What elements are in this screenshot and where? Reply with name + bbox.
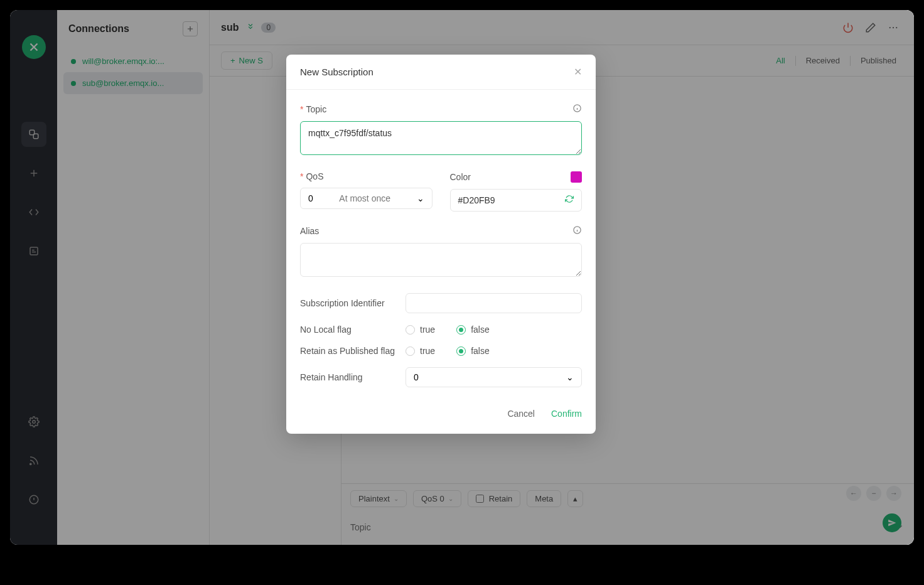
no-local-true[interactable]: true — [406, 325, 435, 335]
topic-label: Topic — [306, 104, 326, 114]
topic-input[interactable] — [300, 121, 582, 155]
qos-text: At most once — [313, 193, 417, 203]
radio-icon — [456, 346, 466, 356]
info-icon[interactable] — [572, 225, 582, 237]
retain-pub-label: Retain as Published flag — [300, 346, 406, 356]
color-label: Color — [450, 172, 471, 182]
radio-icon — [456, 325, 466, 335]
chevron-down-icon: ⌄ — [566, 372, 574, 382]
chevron-down-icon: ⌄ — [417, 193, 424, 203]
subscription-id-input[interactable] — [406, 293, 582, 313]
refresh-color-icon[interactable] — [565, 195, 574, 206]
color-value: #D20FB9 — [458, 195, 566, 205]
color-input[interactable]: #D20FB9 — [450, 189, 583, 212]
retain-handling-label: Retain Handling — [300, 372, 406, 382]
alias-label: Alias — [300, 226, 319, 236]
radio-icon — [406, 346, 415, 356]
close-button[interactable]: ✕ — [574, 66, 582, 78]
qos-select[interactable]: 0 At most once ⌄ — [300, 188, 432, 209]
qos-value: 0 — [308, 193, 313, 203]
app-window: Connections will@broker.emqx.io:... sub@… — [10, 10, 914, 545]
info-icon[interactable] — [572, 104, 582, 115]
no-local-label: No Local flag — [300, 325, 406, 335]
subscription-id-label: Subscription Identifier — [300, 298, 406, 308]
cancel-button[interactable]: Cancel — [507, 409, 535, 419]
retain-pub-false[interactable]: false — [456, 346, 490, 356]
retain-pub-true[interactable]: true — [406, 346, 435, 356]
color-swatch[interactable] — [571, 171, 582, 183]
new-subscription-modal: New Subscription ✕ *Topic *QoS 0 At — [286, 55, 596, 434]
confirm-button[interactable]: Confirm — [551, 409, 582, 419]
qos-label: QoS — [306, 171, 323, 181]
alias-input[interactable] — [300, 243, 582, 277]
no-local-false[interactable]: false — [456, 325, 490, 335]
retain-handling-select[interactable]: 0 ⌄ — [406, 367, 582, 387]
retain-handling-value: 0 — [414, 372, 419, 382]
radio-icon — [406, 325, 415, 335]
modal-title: New Subscription — [300, 67, 373, 77]
